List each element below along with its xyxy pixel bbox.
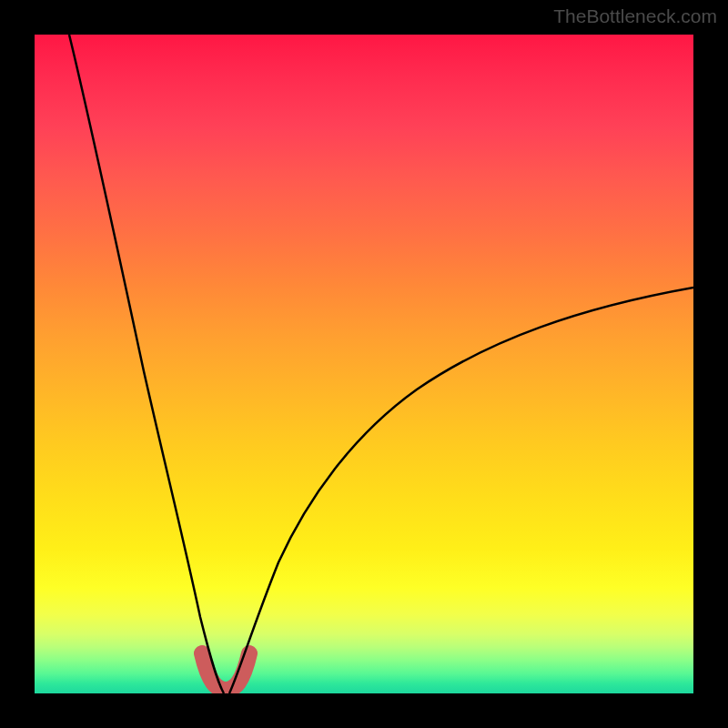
plot-area <box>35 35 693 693</box>
curve-right-branch <box>229 288 693 693</box>
watermark-text: TheBottleneck.com <box>553 5 717 27</box>
chart-container: TheBottleneck.com <box>0 0 728 728</box>
curve-left-branch <box>69 35 224 693</box>
curve-layer <box>35 35 693 693</box>
